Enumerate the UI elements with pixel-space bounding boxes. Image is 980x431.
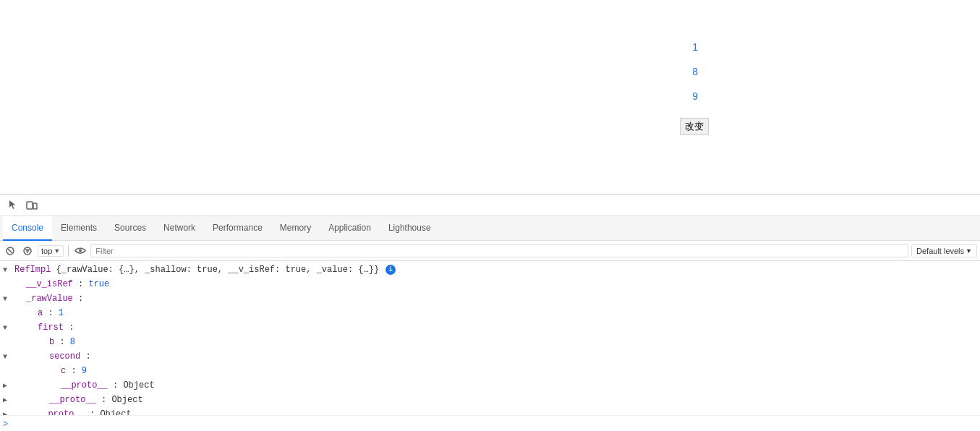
info-icon[interactable]: i (385, 265, 396, 275)
val-proto4: : Object (113, 380, 155, 391)
eye-icon[interactable] (73, 244, 88, 258)
val-proto2: : Object (90, 409, 132, 415)
console-line-proto3: ▶ __proto__ : Object (0, 393, 980, 407)
console-toolbar: top ▼ Default levels ▼ (0, 241, 980, 261)
val-proto3: : Object (101, 395, 143, 405)
toggle-rawvalue[interactable]: ▼ (3, 293, 7, 306)
key-proto4: __proto__ (61, 380, 108, 391)
devtools-topbar (0, 195, 980, 216)
clear-console-icon[interactable] (3, 244, 17, 258)
val-b: 8 (70, 337, 75, 347)
number-9: 9 (692, 90, 698, 102)
tab-elements[interactable]: Elements (52, 216, 106, 241)
console-line-refimpl: ▼ RefImpl {_rawValue: {…}, _shallow: tru… (0, 263, 980, 277)
number-8: 8 (692, 66, 698, 77)
tab-console[interactable]: Console (3, 216, 52, 241)
val-c: 9 (82, 366, 87, 376)
console-line-rawvalue: ▼ _rawValue : (0, 291, 980, 306)
default-levels-dropdown[interactable]: Default levels ▼ (911, 244, 977, 257)
key-visref: __v_isRef (26, 279, 73, 289)
key-proto3: __proto__ (49, 395, 96, 405)
val-visref: true (88, 279, 109, 289)
console-line-proto4: ▶ __proto__ : Object (0, 378, 980, 393)
colon-rawvalue: : (78, 294, 83, 304)
key-c: c (61, 366, 66, 376)
console-line-first: ▼ first : (0, 320, 980, 335)
devtools-panel: Console Elements Sources Network Perform… (0, 194, 980, 431)
context-dropdown-arrow: ▼ (54, 247, 60, 255)
console-line-a: a : 1 (0, 306, 980, 320)
browser-content: 1 8 9 改变 (0, 0, 980, 194)
prompt-arrow: > (3, 419, 8, 429)
default-levels-arrow: ▼ (966, 247, 972, 255)
console-line-b: b : 8 (0, 335, 980, 349)
colon-second: : (85, 351, 90, 362)
console-line-c: c : 9 (0, 364, 980, 378)
colon-visref: : (78, 279, 88, 289)
key-second: second (49, 351, 80, 362)
toggle-proto2[interactable]: ▶ (3, 409, 7, 415)
tab-sources[interactable]: Sources (106, 216, 155, 241)
context-value: top (41, 247, 52, 255)
refimpl-preview: {_rawValue: {…}, _shallow: true, __v_isR… (56, 265, 379, 275)
tab-application[interactable]: Application (320, 216, 380, 241)
key-rawvalue: _rawValue (26, 294, 73, 304)
context-select[interactable]: top ▼ (38, 245, 64, 257)
key-first: first (38, 323, 64, 333)
toggle-second[interactable]: ▼ (3, 351, 7, 364)
key-a: a (38, 308, 43, 318)
tab-network[interactable]: Network (155, 216, 204, 241)
svg-rect-0 (27, 202, 33, 209)
tab-memory[interactable]: Memory (271, 216, 320, 241)
toggle-refimpl[interactable]: ▼ (3, 264, 7, 277)
console-line-second: ▼ second : (0, 349, 980, 364)
colon-first: : (69, 323, 74, 333)
filter-input[interactable] (90, 244, 908, 257)
default-levels-label: Default levels (916, 247, 964, 255)
inspect-element-icon[interactable] (3, 197, 20, 214)
device-toolbar-icon[interactable] (23, 197, 41, 214)
svg-rect-1 (33, 203, 37, 209)
tab-performance[interactable]: Performance (204, 216, 271, 241)
change-button[interactable]: 改变 (680, 118, 709, 135)
console-prompt: > (0, 415, 980, 431)
number-1: 1 (692, 41, 698, 53)
toggle-first[interactable]: ▼ (3, 322, 7, 335)
console-output[interactable]: ▼ RefImpl {_rawValue: {…}, _shallow: tru… (0, 261, 980, 415)
colon-c: : (71, 366, 81, 376)
console-line-visref: __v_isRef : true (0, 277, 980, 291)
console-line-proto2: ▶ __proto__ : Object (0, 407, 980, 415)
toggle-proto3[interactable]: ▶ (3, 394, 7, 407)
svg-point-8 (79, 249, 82, 252)
key-proto2: __proto__ (38, 409, 85, 415)
val-a: 1 (59, 308, 64, 318)
refimpl-classname: RefImpl (14, 265, 56, 275)
filter-icon[interactable] (20, 244, 35, 258)
key-b: b (49, 337, 54, 347)
toolbar-divider (68, 245, 69, 257)
colon-b: : (59, 337, 69, 347)
toggle-proto4[interactable]: ▶ (3, 380, 7, 393)
tab-lighthouse[interactable]: Lighthouse (380, 216, 440, 241)
devtools-tabs: Console Elements Sources Network Perform… (0, 216, 980, 241)
svg-line-3 (8, 249, 12, 253)
colon-a: : (48, 308, 58, 318)
